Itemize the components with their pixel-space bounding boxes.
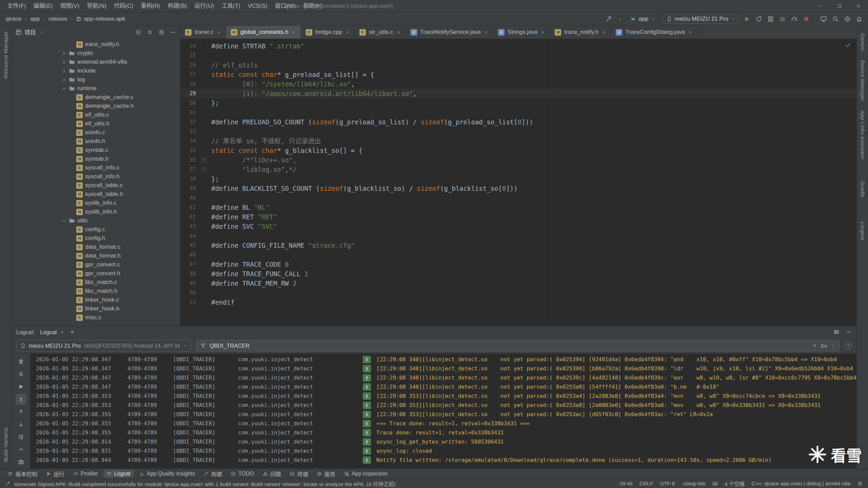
toolwindow-button-App Inspection[interactable]: App Inspection	[341, 470, 391, 478]
chevron-right-icon[interactable]	[61, 68, 66, 74]
line-number[interactable]: 37	[180, 165, 200, 174]
code-line-26[interactable]: 26// elf_utils	[180, 60, 856, 70]
chevron-down-icon[interactable]	[61, 86, 66, 91]
tree-file-soinfo.c[interactable]: Csoinfo.c	[12, 128, 180, 137]
tab-close-icon[interactable]	[292, 30, 296, 35]
menubar-item[interactable]: 代码(C)	[110, 0, 137, 12]
tree-file-linker_hook.c[interactable]: Clinker_hook.c	[12, 296, 180, 304]
logcat-device-select[interactable]: meizu MEIZU 21 Pro (481QFGE9227R3) Andro…	[16, 340, 191, 351]
clear-filter-icon[interactable]	[812, 343, 817, 348]
code-line-44[interactable]: 44	[180, 231, 856, 241]
code-line-51[interactable]: 51#endif	[180, 298, 856, 307]
tab-close-icon[interactable]	[217, 30, 221, 35]
tree-file-symtab.h[interactable]: Hsymtab.h	[12, 155, 180, 163]
menubar-item[interactable]: 编辑(E)	[30, 0, 57, 12]
collapse-button[interactable]	[16, 445, 26, 454]
logcat-row[interactable]: 2026-01-05 22:29:08.3554789-4789[QBDI_TR…	[31, 410, 856, 419]
clear-logcat-button[interactable]	[16, 357, 26, 366]
logcat-row[interactable]: 2026-01-05 22:29:08.9444789-4789[QBDI_TR…	[31, 455, 856, 465]
match-case-toggle[interactable]: Cc	[821, 343, 827, 349]
logcat-row[interactable]: 2026-01-05 22:29:08.3534789-4789[QBDI_TR…	[31, 391, 856, 401]
running-devices-button[interactable]	[820, 16, 827, 22]
code-line-48[interactable]: 48#define TRACE_FUNC_CALL 1	[180, 269, 856, 279]
tree-folder-runtime[interactable]: runtime	[12, 84, 180, 93]
line-number[interactable]: 39	[180, 184, 200, 193]
search-everywhere-button[interactable]	[832, 16, 839, 22]
pause-logcat-button[interactable]	[16, 369, 26, 379]
editor-tab-global_constants.h[interactable]: Hglobal_constants.h	[226, 26, 301, 39]
tree-file-gpr_convert.h[interactable]: Hgpr_convert.h	[12, 269, 180, 278]
tree-file-data_format.h[interactable]: Hdata_format.h	[12, 251, 180, 260]
code-line-27[interactable]: 27static const char* g_preload_so_list[]…	[180, 70, 856, 79]
filter-history-icon[interactable]	[831, 344, 835, 348]
code-line-29[interactable]: 29 [1]: "/apex/com.android.art/lib64/lib…	[180, 89, 856, 98]
line-number[interactable]: 44	[180, 231, 200, 241]
chevron-right-icon[interactable]	[61, 60, 66, 65]
tree-file-symtab.c[interactable]: Csymtab.c	[12, 146, 180, 155]
logcat-row[interactable]: 2026-01-05 22:29:08.9314789-4789[QBDI_TR…	[31, 446, 856, 455]
code-line-37[interactable]: 37− "liblog.so",*/	[180, 165, 856, 174]
line-number[interactable]: 36	[180, 155, 200, 165]
cpp-resolve-context[interactable]: C++: qtrace.app.main | debug | arm64-v8a	[751, 481, 850, 487]
logcat-row[interactable]: 2026-01-05 22:29:08.3474789-4789[QBDI_TR…	[31, 373, 856, 382]
tree-file-demangle_cache.c[interactable]: Cdemangle_cache.c	[12, 93, 180, 102]
code-line-31[interactable]: 31	[180, 108, 856, 117]
build-tools-chevron-icon[interactable]	[618, 17, 622, 21]
logcat-tab-close-icon[interactable]	[60, 330, 64, 334]
tree-file-syscall_info.h[interactable]: Hsyscall_info.h	[12, 172, 180, 181]
line-number[interactable]: 25	[180, 51, 200, 60]
tree-file-demangle_cache.h[interactable]: Hdemangle_cache.h	[12, 102, 180, 110]
tree-file-data_format.c[interactable]: Cdata_format.c	[12, 243, 180, 251]
toolwindow-button-问题[interactable]: 问题	[259, 469, 284, 479]
line-number[interactable]: 30	[180, 98, 200, 108]
editor-tab-Strings.java[interactable]: JStrings.java	[493, 26, 550, 39]
breadcrumb-item[interactable]: app	[30, 16, 40, 22]
toolwindow-button-服务[interactable]: 服务	[314, 469, 339, 479]
code-line-40[interactable]: 40	[180, 193, 856, 203]
indent-indicator[interactable]: 4 个空格	[725, 480, 745, 487]
caret-position[interactable]: 29:48	[619, 481, 633, 487]
line-number[interactable]: 35	[180, 146, 200, 155]
collapse-all-button[interactable]	[147, 29, 153, 35]
code-line-50[interactable]: 50	[180, 288, 856, 298]
tree-file-linker_hook.h[interactable]: Hlinker_hook.h	[12, 304, 180, 313]
tree-file-elf_utils.h[interactable]: Helf_utils.h	[12, 119, 180, 128]
editor-tab-trace_notify.h[interactable]: Htrace_notify.h	[550, 26, 611, 39]
tab-close-icon[interactable]	[345, 30, 350, 35]
code-line-34[interactable]: 34// 黑名单 so, 不插桩, 只记录进出	[180, 136, 856, 146]
apply-changes-button[interactable]	[755, 16, 762, 22]
toolwindow-button-Profiler[interactable]: Profiler	[70, 470, 101, 478]
tree-file-config.h[interactable]: Hconfig.h	[12, 234, 180, 243]
logcat-row[interactable]: 2026-01-05 22:29:08.3554789-4789[QBDI_TR…	[31, 428, 856, 437]
select-opened-file-button[interactable]	[135, 29, 141, 35]
line-number[interactable]: 46	[180, 250, 200, 260]
code-line-35[interactable]: 35static const char* g_blacklist_so[] = …	[180, 146, 856, 155]
tree-file-syscall_info.c[interactable]: Csyscall_info.c	[12, 163, 180, 172]
code-line-39[interactable]: 39#define BLACKLIST_SO_COUNT (sizeof(g_b…	[180, 184, 856, 193]
line-separator[interactable]: CRLF	[639, 481, 653, 487]
tree-file-syslib_info.c[interactable]: Csyslib_info.c	[12, 199, 180, 207]
line-number[interactable]: 51	[180, 298, 200, 307]
tool-stripe-gemini[interactable]: Gemini	[860, 33, 866, 51]
maximize-button[interactable]	[830, 0, 849, 12]
menubar-item[interactable]: 运行(U)	[191, 0, 218, 12]
tree-folder-include[interactable]: include	[12, 66, 180, 75]
chevron-right-icon[interactable]	[61, 51, 66, 56]
breadcrumb-item[interactable]: qtrace	[5, 16, 21, 22]
tool-stripe-lingma[interactable]: Lingma	[860, 222, 866, 240]
tree-file-soinfo.h[interactable]: Hsoinfo.h	[12, 137, 180, 146]
new-logcat-tab-button[interactable]	[70, 329, 75, 335]
code-line-46[interactable]: 46	[180, 250, 856, 260]
line-number[interactable]: 38	[180, 174, 200, 184]
status-message[interactable]: Generate Signed APK: Build completed suc…	[14, 480, 396, 487]
breadcrumb-item[interactable]: app-release.apk	[76, 16, 125, 22]
logcat-row[interactable]: 2026-01-05 22:29:08.3474789-4789[QBDI_TR…	[31, 382, 856, 391]
tree-folder-utils[interactable]: utils	[12, 216, 180, 225]
tool-stripe-app-links-assistant[interactable]: App Links Assistant	[860, 110, 866, 159]
tab-close-icon[interactable]	[540, 30, 545, 35]
logcat-row[interactable]: 2026-01-05 22:29:08.3474789-4789[QBDI_TR…	[31, 355, 856, 364]
code-editor[interactable]: 24#define STRTAB ".strtab"2526// elf_uti…	[180, 39, 856, 326]
notifications-icon[interactable]	[856, 16, 863, 22]
code-line-41[interactable]: 41#define BL "BL"	[180, 203, 856, 212]
logcat-help-button[interactable]: ?	[844, 342, 852, 349]
